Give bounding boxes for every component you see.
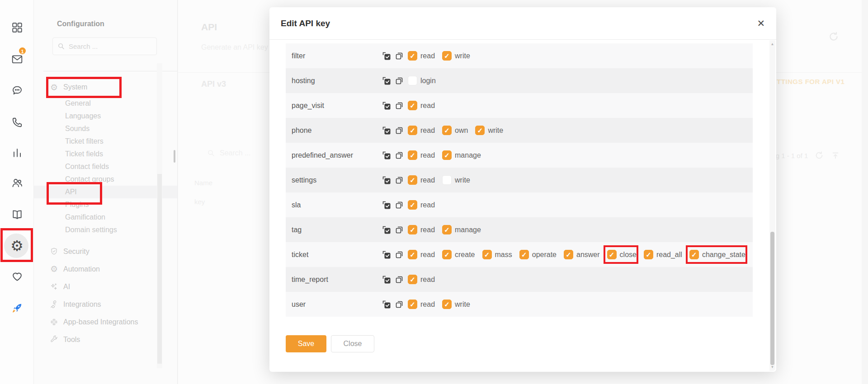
checkbox-login[interactable]: login — [408, 76, 436, 85]
modal-scrollbar[interactable]: ▲ ▼ — [769, 40, 775, 371]
copy-icon[interactable] — [395, 275, 404, 284]
checkbox-read[interactable]: read — [408, 150, 435, 160]
menu-item-integrations[interactable]: Integrations — [34, 295, 177, 313]
checkbox-label: read — [420, 251, 435, 259]
menu-item-app-based-integrations[interactable]: App-based Integrations — [34, 313, 177, 331]
copy-icon[interactable] — [395, 126, 404, 135]
copy-icon[interactable] — [395, 176, 404, 185]
menu-item-security[interactable]: Security — [34, 243, 177, 260]
select-all-icon[interactable] — [382, 201, 391, 210]
menu-item-gamification[interactable]: Gamification — [34, 211, 177, 224]
checkbox-change-state-annotated[interactable]: change_state — [689, 250, 745, 259]
select-all-icon[interactable] — [382, 101, 391, 110]
checkbox-label: operate — [532, 251, 557, 259]
menu-item-languages[interactable]: Languages — [34, 110, 177, 122]
menu-item-domain-settings[interactable]: Domain settings — [34, 224, 177, 236]
checkbox-mass[interactable]: mass — [482, 250, 512, 259]
menu-item-ticket-filters[interactable]: Ticket filters — [34, 135, 177, 148]
checkbox-read[interactable]: read — [408, 275, 435, 284]
save-button[interactable]: Save — [286, 335, 326, 352]
checkbox-read[interactable]: read — [408, 126, 435, 135]
copy-icon[interactable] — [395, 76, 404, 85]
menu-item-plugins[interactable]: Plugins — [34, 198, 177, 211]
contacts-icon[interactable] — [0, 177, 34, 189]
checkbox-read[interactable]: read — [408, 225, 435, 234]
checkbox-operate[interactable]: operate — [519, 250, 557, 259]
select-all-icon[interactable] — [382, 176, 391, 185]
checkbox-label: write — [455, 176, 470, 184]
checkbox-read[interactable]: read — [408, 101, 435, 110]
checkbox-manage[interactable]: manage — [442, 225, 481, 234]
copy-icon[interactable] — [395, 101, 404, 110]
select-all-icon[interactable] — [382, 52, 391, 61]
copy-icon[interactable] — [395, 151, 404, 160]
page-scrollbar-track[interactable] — [862, 0, 868, 384]
checkbox-read[interactable]: read — [408, 250, 435, 259]
scroll-up-arrow[interactable]: ▲ — [769, 42, 775, 46]
menu-item-automation[interactable]: ⚙ Automation — [34, 260, 177, 278]
menu-item-contact-groups[interactable]: Contact groups — [34, 173, 177, 186]
select-all-icon[interactable] — [382, 76, 391, 85]
calls-icon[interactable] — [0, 117, 34, 128]
checkbox-write[interactable]: write — [442, 175, 470, 185]
reports-icon[interactable] — [0, 147, 34, 159]
dashboard-icon[interactable] — [0, 22, 34, 33]
checkbox-label: mass — [495, 251, 512, 259]
checkbox-write[interactable]: write — [442, 300, 470, 309]
checkbox-create[interactable]: create — [442, 250, 475, 259]
checkbox-manage[interactable]: manage — [442, 150, 481, 160]
menu-item-ai[interactable]: AI — [34, 278, 177, 295]
checkbox-own[interactable]: own — [442, 126, 468, 135]
configuration-gear-icon[interactable]: ⚙ — [0, 238, 34, 253]
select-all-icon[interactable] — [382, 126, 391, 135]
checkbox-label: read — [420, 151, 435, 159]
checkbox — [442, 126, 452, 135]
menu-item-sounds[interactable]: Sounds — [34, 122, 177, 135]
checkbox-answer[interactable]: answer — [564, 250, 600, 259]
knowledge-base-icon[interactable] — [0, 209, 34, 220]
favorites-heart-icon[interactable] — [0, 271, 34, 282]
config-search-box[interactable] — [52, 37, 157, 55]
close-icon[interactable]: ✕ — [757, 18, 765, 29]
checkbox-write[interactable]: write — [442, 51, 470, 61]
export-icon[interactable] — [830, 150, 840, 160]
copy-icon[interactable] — [395, 201, 404, 210]
settings-for-api-link[interactable]: TTINGS FOR API V1 — [777, 78, 844, 85]
select-all-icon[interactable] — [382, 300, 391, 309]
checkbox-read[interactable]: read — [408, 300, 435, 309]
copy-icon[interactable] — [395, 250, 404, 259]
select-all-icon[interactable] — [382, 151, 391, 160]
menu-item-ticket-fields[interactable]: Ticket fields — [34, 148, 177, 160]
config-scrollbar[interactable] — [157, 63, 162, 368]
menu-item-api[interactable]: API — [34, 186, 177, 198]
checkbox — [408, 300, 417, 309]
checkbox-read[interactable]: read — [408, 175, 435, 185]
checkbox-read[interactable]: read — [408, 51, 435, 61]
menu-item-general[interactable]: General — [34, 97, 177, 110]
upgrade-rocket-icon[interactable] — [0, 302, 34, 314]
scrollbar-thumb[interactable] — [770, 232, 774, 365]
inbox-icon[interactable] — [0, 53, 34, 65]
copy-icon[interactable] — [395, 52, 404, 61]
close-button[interactable]: Close — [331, 335, 374, 352]
copy-icon[interactable] — [395, 300, 404, 309]
checkbox-close-annotated[interactable]: close — [607, 250, 637, 259]
checkbox — [482, 250, 492, 259]
chats-icon[interactable] — [0, 84, 34, 96]
config-search-input[interactable] — [69, 42, 146, 50]
refresh-icon[interactable] — [828, 31, 840, 44]
select-all-icon[interactable] — [382, 250, 391, 259]
refresh-icon[interactable] — [814, 150, 824, 160]
checkbox-read-all[interactable]: read_all — [644, 250, 682, 259]
copy-icon[interactable] — [395, 225, 404, 234]
menu-item-system[interactable]: ⚙ System — [34, 77, 177, 97]
checkbox-read[interactable]: read — [408, 200, 435, 210]
menu-item-contact-fields[interactable]: Contact fields — [34, 160, 177, 173]
permission-row-phone: phone read own write — [286, 118, 753, 143]
select-all-icon[interactable] — [382, 225, 391, 234]
scroll-down-arrow[interactable]: ▼ — [769, 365, 775, 369]
checkbox-write[interactable]: write — [475, 126, 503, 135]
content-scrollbar-fragment[interactable] — [174, 150, 175, 163]
menu-item-tools[interactable]: Tools — [34, 331, 177, 348]
select-all-icon[interactable] — [382, 275, 391, 284]
